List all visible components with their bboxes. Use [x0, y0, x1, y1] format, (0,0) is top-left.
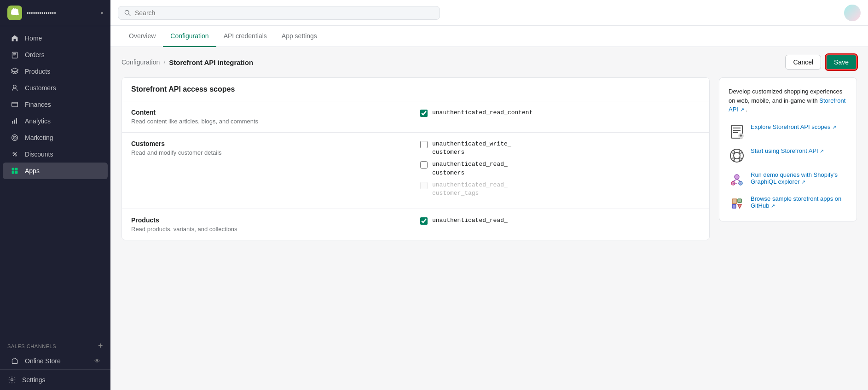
sidebar-item-apps[interactable]: Apps: [3, 163, 108, 179]
browse-sample-external-icon: ↗: [771, 203, 775, 209]
checkbox-read-customers-label: unauthenticated_read_customers: [432, 160, 508, 177]
svg-rect-7: [12, 121, 13, 124]
discounts-icon: [10, 150, 19, 159]
sidebar-item-marketing[interactable]: Marketing: [3, 129, 108, 146]
orders-icon: [10, 50, 19, 59]
svg-rect-18: [12, 171, 15, 174]
sidebar-item-home[interactable]: Home: [3, 30, 108, 47]
header-actions: Cancel Save: [785, 54, 857, 70]
scope-section-customers: Customers Read and modify customer detai…: [122, 133, 709, 209]
scope-row-content: Content Read content like articles, blog…: [131, 109, 700, 125]
sidebar-item-apps-label: Apps: [25, 167, 40, 175]
scope-item-read-content: unauthenticated_read_content: [420, 109, 700, 117]
run-demo-link[interactable]: Run demo queries with Shopify's GraphiQL…: [751, 171, 838, 185]
shopify-logo: [7, 6, 22, 20]
sidebar-header[interactable]: •••••••••••••• ▾: [0, 0, 110, 26]
sidebar-item-settings[interactable]: Settings: [0, 369, 110, 390]
page-header: Configuration › Storefront API integrati…: [110, 47, 868, 77]
scopes-card-header: Storefront API access scopes: [122, 78, 709, 101]
finances-icon: [10, 100, 19, 109]
nav-section-main: Home Orders Products Customers Finances: [0, 26, 110, 336]
scope-item-read-customer-tags: unauthenticated_read_customer_tags: [420, 181, 700, 198]
tab-configuration[interactable]: Configuration: [163, 26, 216, 47]
svg-point-31: [734, 152, 740, 159]
svg-rect-5: [12, 102, 18, 107]
store-name: ••••••••••••••: [27, 10, 96, 17]
sales-channels-section: Sales channels + Online Store 👁: [0, 336, 110, 369]
sidebar-item-products[interactable]: Products: [3, 63, 108, 80]
svg-rect-16: [12, 168, 15, 171]
sidebar-item-finances[interactable]: Finances: [3, 96, 108, 113]
sidebar-item-discounts[interactable]: Discounts: [3, 146, 108, 163]
sidebar-item-home-label: Home: [25, 35, 42, 42]
avatar[interactable]: [844, 5, 861, 21]
checkbox-read-products[interactable]: [420, 217, 428, 225]
topbar: [110, 0, 868, 26]
checkbox-read-customer-tags: [420, 182, 428, 189]
explore-scopes-link[interactable]: Explore Storefront API scopes ↗: [751, 123, 836, 130]
checkbox-write-customers-label: unauthenticated_write_customers: [432, 140, 511, 157]
run-demo-text: Run demo queries with Shopify's GraphiQL…: [751, 171, 847, 185]
scope-row-customers: Customers Read and modify customer detai…: [131, 140, 700, 201]
breadcrumb-parent[interactable]: Configuration: [122, 58, 160, 66]
scopes-card: Storefront API access scopes Content Rea…: [122, 77, 710, 240]
svg-point-4: [13, 85, 16, 88]
page-area: Configuration › Storefront API integrati…: [110, 47, 868, 390]
scope-item-write-customers: unauthenticated_write_customers: [420, 140, 700, 157]
svg-line-22: [128, 14, 130, 16]
tab-app-settings[interactable]: App settings: [274, 26, 324, 47]
customers-icon: [10, 83, 19, 93]
checkbox-write-customers[interactable]: [420, 141, 428, 148]
content-layout: Storefront API access scopes Content Rea…: [110, 77, 868, 390]
sidebar-item-online-store[interactable]: Online Store 👁: [3, 353, 108, 369]
sidebar: •••••••••••••• ▾ Home Orders Products: [0, 0, 110, 390]
svg-line-15: [13, 152, 17, 156]
svg-rect-19: [15, 171, 18, 174]
sidebar-item-customers[interactable]: Customers: [3, 80, 108, 96]
svg-rect-43: [738, 199, 741, 203]
scopes-card-title: Storefront API access scopes: [131, 85, 235, 93]
scope-left-products: Products Read products, variants, and co…: [131, 216, 411, 233]
scope-section-content: Content Read content like articles, blog…: [122, 101, 709, 133]
start-using-link[interactable]: Start using Storefront API ↗: [751, 147, 824, 154]
scope-left-customers: Customers Read and modify customer detai…: [131, 140, 411, 156]
info-card: Develop customized shopping experiences …: [719, 77, 857, 221]
checkbox-read-content[interactable]: [420, 110, 428, 117]
svg-rect-44: [732, 204, 736, 208]
svg-point-34: [739, 158, 742, 161]
info-link-explore-scopes: Explore Storefront API scopes ↗: [729, 123, 847, 140]
save-button[interactable]: Save: [826, 54, 857, 70]
browse-sample-icon: [729, 195, 745, 212]
tab-api-credentials[interactable]: API credentials: [216, 26, 274, 47]
search-input[interactable]: [135, 9, 434, 17]
info-link-browse-sample: Browse sample storefront apps on GitHub …: [729, 195, 847, 212]
checkbox-read-customer-tags-label: unauthenticated_read_customer_tags: [432, 181, 508, 198]
svg-point-32: [732, 151, 735, 153]
analytics-icon: [10, 116, 19, 126]
checkbox-read-products-label: unauthenticated_read_: [432, 216, 508, 225]
svg-rect-42: [732, 199, 737, 204]
run-demo-icon: [729, 171, 745, 188]
sidebar-item-orders[interactable]: Orders: [3, 47, 108, 63]
scope-row-products: Products Read products, variants, and co…: [131, 216, 700, 233]
info-link-run-demo: Run demo queries with Shopify's GraphiQL…: [729, 171, 847, 188]
add-sales-channel-button[interactable]: +: [98, 341, 103, 351]
products-icon: [10, 67, 19, 76]
checkbox-read-customers[interactable]: [420, 161, 428, 169]
sidebar-item-discounts-label: Discounts: [25, 151, 53, 158]
scope-item-read-products: unauthenticated_read_: [420, 216, 700, 225]
tab-overview[interactable]: Overview: [122, 26, 163, 47]
browse-sample-link[interactable]: Browse sample storefront apps on GitHub …: [751, 195, 841, 209]
sidebar-item-analytics[interactable]: Analytics: [3, 113, 108, 129]
browse-sample-text: Browse sample storefront apps on GitHub …: [751, 195, 847, 209]
svg-point-12: [14, 137, 15, 138]
svg-point-13: [13, 152, 14, 154]
sidebar-item-products-label: Products: [25, 68, 50, 75]
search-box[interactable]: [118, 6, 440, 20]
content-section-title: Content: [131, 109, 411, 116]
explore-scopes-icon: [729, 123, 745, 140]
online-store-visibility-icon[interactable]: 👁: [94, 358, 100, 365]
cancel-button[interactable]: Cancel: [785, 55, 821, 70]
svg-line-40: [737, 179, 741, 181]
home-icon: [10, 34, 19, 43]
